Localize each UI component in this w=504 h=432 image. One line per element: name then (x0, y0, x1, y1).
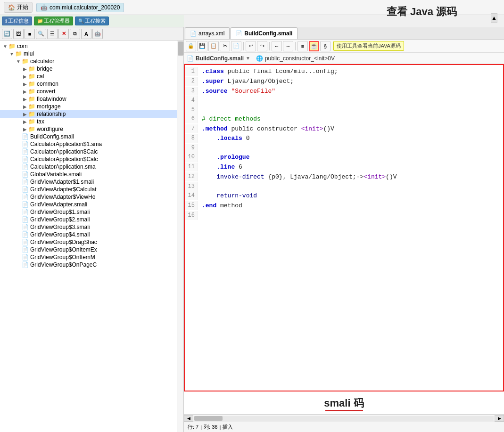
status-sep: | (200, 424, 202, 430)
project-info-button[interactable]: ℹ 工程信息 (2, 16, 32, 25)
tree-item-gridgrouponitemm[interactable]: 📄 GridViewGroup$OnItemM (0, 253, 177, 261)
undo-btn[interactable]: ↩ (246, 41, 256, 51)
toggle-com[interactable]: ▼ (2, 44, 8, 49)
tree-item-gridgroupdrag[interactable]: 📄 GridViewGroup$DragShac (0, 238, 177, 246)
tree-item-gridgroup2[interactable]: 📄 GridViewGroup$2.smali (0, 216, 177, 223)
tree-item-calcapp2[interactable]: 📄 CalculatorApplication$Calc (0, 148, 177, 155)
toggle-mortgage[interactable]: ▶ (22, 104, 28, 109)
app-tab[interactable]: 🤖 com.miui.calculator_200020 (36, 3, 124, 12)
smali-annotation: smali 码 (184, 391, 504, 414)
scroll-left-btn[interactable]: ◀ (184, 415, 193, 422)
font-button[interactable]: A (81, 29, 91, 39)
tree-container[interactable]: ▼ 📁 com ▼ 📁 miui ▼ 📁 calculator ▶ 📁 (0, 41, 183, 432)
toggle-common[interactable]: ▶ (22, 82, 28, 87)
refresh-button[interactable]: 🔄 (2, 29, 12, 39)
clipboard-btn[interactable]: 📋 (208, 41, 219, 51)
file-selector-bar: 📄 BuildConfig.smali ▼ 🌐 public_construct… (184, 53, 504, 64)
horizontal-scrollbar[interactable]: ◀ ▶ (184, 414, 504, 422)
toggle-floatwindow[interactable]: ▶ (22, 97, 28, 102)
home-icon: 🏠 (8, 4, 15, 11)
tree-item-miui[interactable]: ▼ 📁 miui (0, 50, 177, 57)
toggle-cal[interactable]: ▶ (22, 74, 28, 79)
file-icon-gridgroup3: 📄 (22, 224, 29, 230)
android-btn[interactable]: 🤖 (92, 29, 103, 39)
tree-item-wordfigure[interactable]: ▶ 📁 wordfigure (0, 125, 177, 133)
menu-btn[interactable]: ≡ (297, 41, 308, 51)
section-btn[interactable]: § (320, 41, 330, 51)
scroll-thumb[interactable] (194, 416, 223, 421)
home-button[interactable]: 🏠 开始 (4, 2, 33, 13)
square-button[interactable]: ■ (25, 29, 35, 39)
folder-icon-calculator: 📁 (22, 58, 29, 65)
tab-arrays-xml[interactable]: 📄 arrays.xml (185, 27, 230, 39)
forward-btn[interactable]: → (283, 41, 293, 51)
cut-btn[interactable]: ✂ (220, 41, 230, 51)
toggle-tax[interactable]: ▶ (22, 119, 28, 124)
tree-item-calcapp1[interactable]: 📄 CalculatorApplication$1.sma (0, 140, 177, 148)
toggle-convert[interactable]: ▶ (22, 89, 28, 94)
tree-item-calcapp4[interactable]: 📄 CalculatorApplication.sma (0, 163, 177, 171)
redo-btn[interactable]: ↪ (257, 41, 267, 51)
tree-item-tax[interactable]: ▶ 📁 tax (0, 118, 177, 125)
project-manager-button[interactable]: 📁 工程管理器 (34, 16, 73, 25)
toggle-wordfigure[interactable]: ▶ (22, 127, 28, 132)
image-button[interactable]: 🖼 (13, 29, 24, 39)
java-source-btn[interactable]: ☕ (309, 41, 319, 51)
tree-item-relationship[interactable]: ▶ 📁 relationship (0, 110, 177, 118)
save-btn[interactable]: 💾 (197, 41, 207, 51)
content-wrapper: 🔄 🖼 ■ 🔍 ☰ ✕ ⧉ A 🤖 ▲ ▼ 📁 com (0, 27, 504, 432)
scroll-right-btn[interactable]: ▶ (495, 415, 504, 422)
tree-scrollbar[interactable] (177, 41, 183, 432)
toggle-calculator[interactable]: ▼ (15, 59, 22, 64)
copy-button[interactable]: ⧉ (70, 29, 80, 39)
back-btn[interactable]: ← (272, 41, 282, 51)
code-line-14: 14 return-void (185, 191, 503, 201)
toolbar-sep3 (295, 42, 296, 50)
tree-item-buildconfig[interactable]: 📄 BuildConfig.smali (0, 133, 177, 140)
close-button[interactable]: ✕ (58, 29, 69, 39)
code-line-16: 16 (185, 211, 503, 220)
copy2-btn[interactable]: 📄 (231, 41, 241, 51)
project-search-button[interactable]: 🔍 工程搜索 (75, 16, 109, 25)
tree-item-gridadapter4[interactable]: 📄 GridViewAdapter.smali (0, 201, 177, 208)
tree-item-gridgroup4[interactable]: 📄 GridViewGroup$4.smali (0, 231, 177, 238)
toggle-miui[interactable]: ▼ (8, 51, 15, 57)
tree-item-gridadapter2[interactable]: 📄 GridViewAdapter$Calculat (0, 186, 177, 193)
tree-item-gridgrouponpagec[interactable]: 📄 GridViewGroup$OnPageC (0, 261, 177, 269)
folder-icon-convert: 📁 (28, 88, 36, 95)
code-line-3: 3 .source "SourceFile" (185, 87, 503, 97)
file-icon-gridadapter4: 📄 (22, 201, 29, 208)
tree-item-bridge[interactable]: ▶ 📁 bridge (0, 65, 177, 73)
tree-item-gridgroup3[interactable]: 📄 GridViewGroup$3.smali (0, 223, 177, 231)
tree-item-gridadapter3[interactable]: 📄 GridViewAdapter$ViewHo (0, 193, 177, 201)
scroll-track[interactable] (194, 416, 494, 421)
tree-item-calculator[interactable]: ▼ 📁 calculator (0, 57, 177, 65)
list-button[interactable]: ☰ (47, 29, 58, 39)
tree-item-gridgroup1[interactable]: 📄 GridViewGroup$1.smali (0, 208, 177, 216)
magnify-button[interactable]: 🔍 (36, 29, 46, 39)
smali-file-icon: 📄 (236, 30, 242, 36)
tree-item-convert[interactable]: ▶ 📁 convert (0, 88, 177, 95)
main-container: ℹ 工程信息 📁 工程管理器 🔍 工程搜索 🔄 🖼 ■ 🔍 ☰ ✕ ⧉ A (0, 15, 504, 432)
file-icon-gridgroup4: 📄 (22, 231, 29, 238)
tree-item-cal[interactable]: ▶ 📁 cal (0, 73, 177, 80)
folder-icon-miui: 📁 (15, 50, 23, 57)
tree-item-gridgrouponitemex[interactable]: 📄 GridViewGroup$OnItemEx (0, 246, 177, 253)
toggle-relationship[interactable]: ▶ (22, 112, 28, 117)
tree-item-floatwindow[interactable]: ▶ 📁 floatwindow (0, 95, 177, 103)
code-line-4: 4 (185, 96, 503, 105)
tree-item-calcapp3[interactable]: 📄 CalculatorApplication$Calc (0, 155, 177, 163)
tree-scrollbar-thumb[interactable] (178, 41, 183, 56)
file-icon-gridgrouponitemm: 📄 (22, 254, 29, 261)
code-line-12: 12 invoke-direct {p0}, Ljava/lang/Object… (185, 172, 503, 182)
file-selector-dropdown[interactable]: ▼ (246, 56, 250, 61)
tree-item-globalvar[interactable]: 📄 GlobalVariable.smali (0, 171, 177, 178)
code-editor[interactable]: 1 .class public final Lcom/miu...onfig; … (184, 64, 504, 391)
tree-item-com[interactable]: ▼ 📁 com (0, 42, 177, 50)
tree-item-common[interactable]: ▶ 📁 common (0, 80, 177, 88)
toggle-bridge[interactable]: ▶ (22, 66, 28, 72)
tree-item-gridadapter1[interactable]: 📄 GridViewAdapter$1.smali (0, 178, 177, 186)
lock-btn[interactable]: 🔒 (186, 41, 196, 51)
tab-buildconfig-smali[interactable]: 📄 BuildConfig.smali (231, 27, 297, 39)
tree-item-mortgage[interactable]: ▶ 📁 mortgage (0, 103, 177, 110)
